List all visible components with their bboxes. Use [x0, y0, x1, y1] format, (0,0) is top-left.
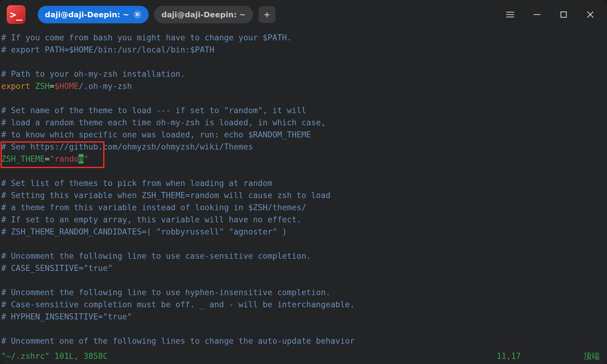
- editor-line: ZSH_THEME="random": [1, 153, 606, 165]
- text-cursor: m: [79, 154, 83, 163]
- status-scroll-indicator: 顶端: [583, 350, 600, 362]
- editor-line: # Set name of the theme to load --- if s…: [1, 104, 606, 116]
- editor-line: # HYPHEN_INSENSITIVE="true": [1, 311, 606, 323]
- editor-line: # a theme from this variable instead of …: [1, 201, 606, 214]
- editor-line: # load a random theme each time oh-my-zs…: [1, 116, 606, 129]
- editor-line: # Uncomment the following line to use ca…: [1, 250, 606, 262]
- editor-line: [1, 165, 606, 177]
- editor-line: # Setting this variable when ZSH_THEME=r…: [1, 189, 606, 201]
- tab-label: daji@daji-Deepin: ~: [45, 10, 129, 19]
- tab-label: daji@daji-Deepin: ~: [161, 10, 246, 19]
- close-tab-icon[interactable]: ✕: [134, 11, 141, 19]
- editor-line: # Set list of themes to pick from when l…: [1, 177, 606, 189]
- editor-line: export ZSH=$HOME/.oh-my-zsh: [1, 80, 606, 92]
- editor-line: [1, 274, 606, 286]
- editor-line: # CASE_SENSITIVE="true": [1, 262, 606, 274]
- editor-line: [1, 238, 606, 250]
- close-window-icon[interactable]: [585, 9, 596, 20]
- editor-line: # See https://github.com/ohmyzsh/ohmyzsh…: [1, 141, 606, 153]
- editor-line: # If set to an empty array, this variabl…: [1, 214, 606, 226]
- editor-line: # Uncomment the following line to use hy…: [1, 286, 606, 298]
- editor-line: # Uncomment one of the following lines t…: [1, 335, 606, 347]
- minimize-icon[interactable]: [531, 9, 543, 20]
- editor-line: [1, 323, 606, 335]
- tab-strip: daji@daji-Deepin: ~ ✕ daji@daji-Deepin: …: [38, 6, 276, 23]
- terminal-app-icon: >_: [7, 5, 25, 24]
- titlebar: >_ daji@daji-Deepin: ~ ✕ daji@daji-Deepi…: [0, 0, 607, 29]
- editor-line: [1, 56, 606, 68]
- tab-inactive[interactable]: daji@daji-Deepin: ~: [154, 6, 253, 23]
- tab-active[interactable]: daji@daji-Deepin: ~ ✕: [38, 6, 149, 23]
- editor-line: [1, 92, 606, 104]
- status-cursor-position: 11,17: [497, 350, 521, 362]
- editor-line: # Case-sensitive completion must be off.…: [1, 298, 606, 311]
- editor-line: # Path to your oh-my-zsh installation.: [1, 68, 606, 80]
- terminal-window: >_ daji@daji-Deepin: ~ ✕ daji@daji-Deepi…: [0, 0, 607, 364]
- maximize-icon[interactable]: [558, 9, 569, 20]
- editor-line: # ZSH_THEME_RANDOM_CANDIDATES=( "robbyru…: [1, 226, 606, 238]
- vim-status-bar: "~/.zshrc" 101L, 3858C 11,17 顶端: [1, 350, 606, 362]
- editor-line: # export PATH=$HOME/bin:/usr/local/bin:$…: [1, 44, 606, 56]
- svg-rect-4: [561, 12, 566, 17]
- editor-line: # to know which specific one was loaded,…: [1, 129, 606, 141]
- status-file-info: "~/.zshrc" 101L, 3858C: [1, 350, 108, 362]
- window-controls: [504, 9, 600, 20]
- terminal-viewport[interactable]: # If you come from bash you might have t…: [0, 32, 607, 364]
- new-tab-button[interactable]: +: [259, 6, 276, 23]
- hamburger-menu-icon[interactable]: [504, 9, 516, 20]
- editor-line: # If you come from bash you might have t…: [1, 32, 606, 44]
